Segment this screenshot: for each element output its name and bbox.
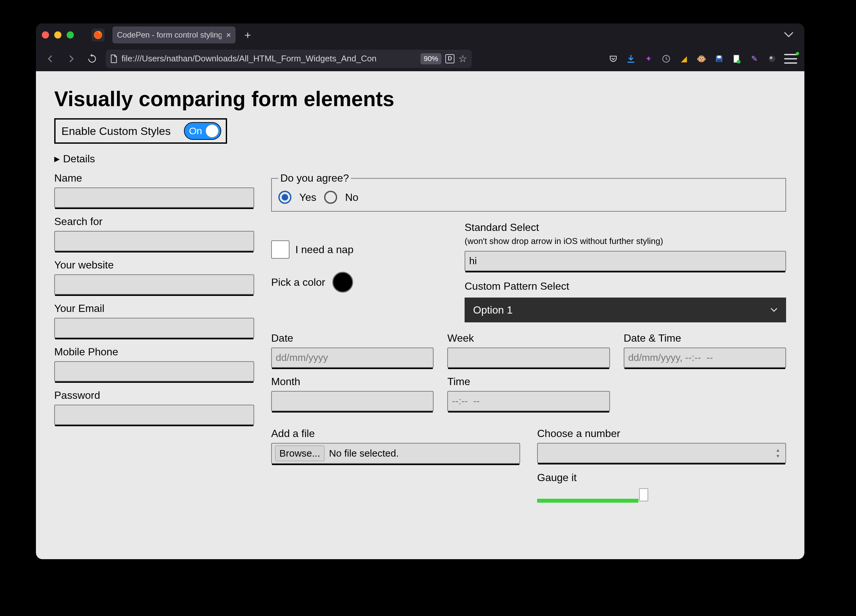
extension-clock-icon[interactable]	[660, 53, 672, 65]
back-button[interactable]	[43, 52, 57, 66]
triangle-right-icon: ▶	[54, 155, 60, 163]
gauge-fill-icon	[537, 499, 638, 503]
switch-knob-icon	[205, 124, 219, 138]
input-number[interactable]: ▲▼	[537, 443, 786, 463]
input-month[interactable]	[271, 391, 434, 411]
custom-select-group: Custom Pattern Select Option 1	[465, 280, 786, 323]
input-phone[interactable]	[54, 361, 254, 381]
label-password: Password	[54, 389, 254, 401]
file-browse-button[interactable]: Browse...	[275, 445, 325, 461]
input-name[interactable]	[54, 187, 254, 208]
details-label: Details	[63, 153, 95, 165]
pocket-icon[interactable]	[608, 53, 619, 65]
field-datetime: Date & Time	[624, 332, 786, 368]
svg-point-8	[770, 57, 772, 59]
zoom-badge[interactable]: 90%	[420, 53, 441, 65]
window-close-icon[interactable]	[42, 31, 49, 38]
field-search: Search for	[54, 215, 254, 251]
forward-button[interactable]	[64, 52, 79, 66]
number-stepper-icon[interactable]: ▲▼	[774, 447, 782, 459]
dates-grid: Date Week Date & Time Month	[271, 332, 786, 411]
enable-styles-switch[interactable]: On	[184, 122, 221, 140]
extension-page-icon[interactable]	[731, 53, 742, 65]
color-label: Pick a color	[271, 277, 325, 289]
custom-select-value: Option 1	[473, 304, 513, 316]
input-website[interactable]	[54, 274, 254, 295]
radio-group-agree: Yes No	[279, 191, 779, 204]
file-icon	[111, 55, 118, 63]
browser-window: CodePen - form control styling comp × + …	[36, 23, 804, 559]
standard-select-group: Standard Select (won't show drop arrow i…	[465, 221, 786, 271]
file-input[interactable]: Browse... No file selected.	[271, 443, 520, 464]
svg-rect-4	[717, 60, 721, 62]
label-date: Date	[271, 332, 434, 344]
extension-orb-icon[interactable]	[767, 53, 777, 65]
row-checkbox-selects: I need a nap Pick a color Standard Selec…	[271, 221, 786, 323]
download-icon[interactable]	[625, 53, 636, 65]
field-password: Password	[54, 389, 254, 425]
window-min-icon[interactable]	[54, 31, 62, 38]
input-search[interactable]	[54, 231, 254, 251]
bottom-grid: Add a file Browse... No file selected. C…	[271, 427, 786, 503]
radio-yes[interactable]	[279, 191, 291, 204]
extension-save-icon[interactable]	[714, 53, 725, 65]
tabs-overflow-button[interactable]	[784, 32, 799, 38]
tab-title: CodePen - form control styling comp	[117, 31, 222, 40]
field-number-gauge: Choose a number ▲▼ Gauge it	[537, 427, 786, 503]
extension-monkey-icon[interactable]: 🐵	[696, 53, 707, 65]
extension-eraser-icon[interactable]: ◢	[678, 53, 690, 65]
field-gauge: Gauge it	[537, 472, 786, 503]
input-datetime[interactable]	[624, 347, 786, 368]
toolbar-right: ✦ ◢ 🐵 ✎	[608, 53, 797, 65]
reader-mode-icon[interactable]: D	[445, 54, 454, 63]
label-file: Add a file	[271, 427, 520, 439]
checkbox-nap-row: I need a nap	[271, 240, 448, 259]
color-picker[interactable]	[332, 272, 353, 293]
field-email: Your Email	[54, 303, 254, 338]
input-password[interactable]	[54, 405, 254, 425]
color-row: Pick a color	[271, 272, 448, 293]
file-status-text: No file selected.	[329, 448, 399, 459]
input-week[interactable]	[447, 347, 610, 368]
extension-wand-icon[interactable]: ✎	[749, 53, 760, 65]
window-max-icon[interactable]	[67, 31, 74, 38]
label-gauge: Gauge it	[537, 472, 786, 484]
checkbox-nap[interactable]	[271, 240, 289, 259]
reload-button[interactable]	[85, 52, 99, 66]
switch-state-text: On	[189, 125, 202, 137]
extension-paint-icon[interactable]: ✦	[643, 53, 654, 65]
app-menu-button[interactable]	[784, 54, 797, 64]
gauge-slider[interactable]	[537, 488, 786, 503]
label-email: Your Email	[54, 303, 254, 315]
traffic-lights	[42, 31, 74, 38]
checkbox-nap-label: I need a nap	[296, 244, 354, 256]
radio-yes-label: Yes	[299, 191, 316, 203]
radio-no[interactable]	[324, 191, 337, 204]
agree-fieldset: Do you agree? Yes No	[271, 172, 786, 212]
details-disclosure[interactable]: ▶ Details	[54, 153, 786, 165]
input-time[interactable]	[447, 391, 610, 411]
input-date[interactable]	[271, 347, 434, 368]
close-icon[interactable]: ×	[226, 31, 231, 39]
svg-point-7	[769, 55, 775, 62]
label-week: Week	[447, 332, 610, 344]
enable-styles-toggle-box: Enable Custom Styles On	[54, 118, 227, 144]
firefox-icon	[91, 28, 105, 41]
new-tab-button[interactable]: +	[240, 28, 255, 43]
url-text: file:///Users/nathan/Downloads/All_HTML_…	[122, 54, 417, 64]
field-month: Month	[271, 376, 434, 411]
hamburger-icon	[784, 54, 797, 64]
url-bar[interactable]: file:///Users/nathan/Downloads/All_HTML_…	[106, 50, 472, 68]
field-time: Time	[447, 376, 610, 411]
label-website: Your website	[54, 259, 254, 271]
label-month: Month	[271, 376, 434, 388]
standard-select[interactable]	[465, 251, 786, 271]
custom-select[interactable]: Option 1	[465, 298, 786, 323]
form-grid: Name Search for Your website Your Email …	[54, 172, 786, 503]
input-email[interactable]	[54, 318, 254, 338]
field-file: Add a file Browse... No file selected.	[271, 427, 520, 503]
browser-tab[interactable]: CodePen - form control styling comp ×	[112, 26, 236, 43]
page-title: Visually comparing form elements	[54, 87, 786, 111]
bookmark-star-icon[interactable]: ☆	[459, 53, 467, 65]
page-content: Visually comparing form elements Enable …	[36, 71, 804, 559]
